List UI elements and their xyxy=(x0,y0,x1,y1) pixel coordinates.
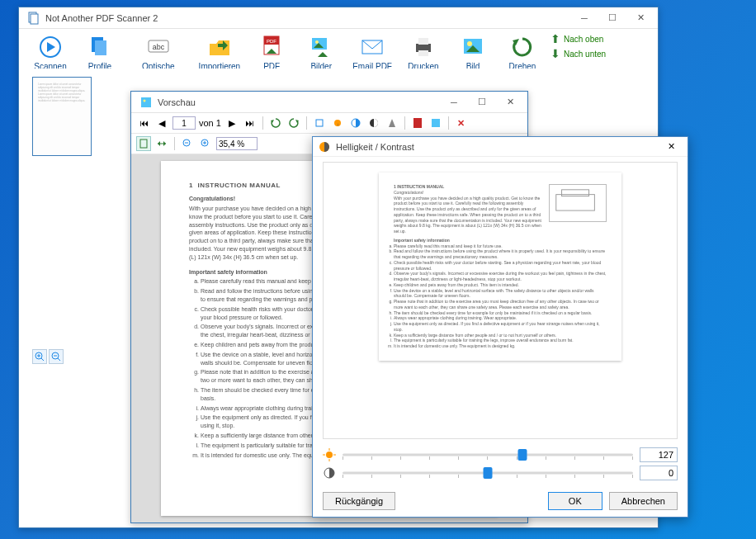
scan-icon xyxy=(37,34,64,60)
contrast-value[interactable] xyxy=(640,466,678,480)
contrast-slider[interactable] xyxy=(343,466,633,480)
imgsave-icon xyxy=(308,34,334,60)
save-pdf-button[interactable] xyxy=(410,116,425,130)
rotate-left-button[interactable] xyxy=(268,116,283,130)
arrow-up-icon: ⬆ xyxy=(550,32,560,45)
move-up-button[interactable]: ⬆Nach oben xyxy=(550,32,606,45)
list-item: Please note that in addition to the exer… xyxy=(394,299,607,310)
list-item: Use the device on a stable, level and ho… xyxy=(394,288,607,300)
preview-nav-toolbar: ⏮ ◀ von 1 ▶ ⏭ ✕ xyxy=(131,113,527,134)
image-menu-button[interactable]: Bild xyxy=(451,32,494,73)
svg-point-14 xyxy=(315,40,319,44)
zoom-in-mini[interactable] xyxy=(32,349,47,364)
svg-rect-58 xyxy=(562,190,589,196)
bc-dialog-icon xyxy=(318,140,331,154)
print-icon xyxy=(410,34,437,60)
dialog-close-button[interactable]: ✕ xyxy=(659,139,683,155)
rotate-icon xyxy=(509,34,536,60)
preview-maximize[interactable]: ☐ xyxy=(468,93,496,111)
print-button[interactable]: Drucken xyxy=(402,32,445,73)
page-of-label: von 1 xyxy=(199,118,221,128)
preview-minimize[interactable]: ─ xyxy=(440,93,468,111)
maximize-button[interactable]: ☐ xyxy=(598,9,626,27)
list-item: Always wear appropriate clothing during … xyxy=(394,315,607,321)
dialog-button-row: Rückgängig OK Abbrechen xyxy=(313,487,687,517)
profile-button[interactable]: Profile xyxy=(78,32,121,73)
import-button[interactable]: Importieren xyxy=(196,32,244,73)
email-icon xyxy=(359,34,385,60)
zoom-out-button[interactable] xyxy=(180,136,195,151)
zoom-level-input[interactable] xyxy=(216,137,258,150)
contrast-thumb[interactable] xyxy=(484,467,493,479)
scan-button[interactable]: Scannen xyxy=(29,32,72,73)
cancel-button[interactable]: Abbrechen xyxy=(609,492,678,510)
close-button[interactable]: ✕ xyxy=(626,9,654,27)
move-down-button[interactable]: ⬇Nach unten xyxy=(550,47,606,60)
brightness-icon xyxy=(323,448,336,461)
app-icon xyxy=(27,12,40,25)
undo-button[interactable]: Rückgängig xyxy=(323,492,395,510)
zoom-in-button[interactable] xyxy=(198,136,213,151)
page-thumbnail-1[interactable]: Lorem ipsum dolor sit amet consectetur a… xyxy=(32,77,92,156)
brightness-slider[interactable] xyxy=(343,448,633,461)
preview-titlebar: Vorschau ─ ☐ ✕ xyxy=(131,92,527,113)
thumbnail-strip: Lorem ipsum dolor sit amet consectetur a… xyxy=(32,77,98,156)
next-page-button[interactable]: ▶ xyxy=(224,116,239,130)
brightness-button[interactable] xyxy=(330,116,345,130)
svg-marker-16 xyxy=(318,52,328,57)
ok-button[interactable]: OK xyxy=(548,492,602,510)
list-item: The item should be checked every time fo… xyxy=(394,310,607,316)
list-item: Observe your body's signals. Incorrect o… xyxy=(394,271,607,282)
rotate-right-button[interactable] xyxy=(286,116,301,130)
zoom-out-mini[interactable] xyxy=(49,349,64,364)
main-title: Not Another PDF Scanner 2 xyxy=(45,13,570,23)
zoom-mini-toolbar xyxy=(32,349,64,364)
email-pdf-button[interactable]: Email PDF xyxy=(349,32,395,73)
svg-rect-32 xyxy=(141,97,151,107)
bw-button[interactable] xyxy=(366,116,381,130)
svg-line-26 xyxy=(41,358,44,361)
dialog-preview-page: 1 INSTRUCTION MANUAL Congratulations! Wi… xyxy=(379,173,621,361)
profile-icon xyxy=(87,34,113,60)
brightness-value[interactable] xyxy=(640,447,678,462)
preview-app-icon xyxy=(139,96,153,109)
list-item: Please carefully read this manual and ke… xyxy=(394,243,607,249)
prev-page-button[interactable]: ◀ xyxy=(154,116,169,130)
dialog-page-illustration xyxy=(549,184,607,222)
svg-rect-1 xyxy=(31,14,38,24)
ocr-icon: abc xyxy=(145,34,172,60)
fit-width-button[interactable] xyxy=(154,136,169,151)
svg-marker-3 xyxy=(47,42,55,52)
svg-marker-45 xyxy=(158,141,160,146)
minimize-button[interactable]: ─ xyxy=(570,9,598,27)
list-item: The equipment is particularly suitable f… xyxy=(394,338,607,343)
svg-marker-40 xyxy=(389,119,395,127)
svg-rect-5 xyxy=(95,40,106,55)
crop-button[interactable] xyxy=(312,116,327,130)
dialog-preview-area: 1 INSTRUCTION MANUAL Congratulations! Wi… xyxy=(323,162,678,439)
brightness-thumb[interactable] xyxy=(518,449,527,461)
fit-page-button[interactable] xyxy=(136,136,151,151)
main-titlebar: Not Another PDF Scanner 2 ─ ☐ ✕ xyxy=(19,7,658,29)
last-page-button[interactable]: ⏭ xyxy=(243,116,258,130)
page-number-input[interactable] xyxy=(172,116,196,130)
svg-rect-20 xyxy=(418,50,428,56)
color-button[interactable] xyxy=(348,116,363,130)
sharpen-button[interactable] xyxy=(385,116,399,130)
svg-rect-43 xyxy=(140,139,147,148)
svg-point-22 xyxy=(467,41,472,46)
preview-close[interactable]: ✕ xyxy=(496,93,524,111)
dialog-titlebar: Helligkeit / Kontrast ✕ xyxy=(313,137,687,157)
list-item: It is intended for domestic use only. Th… xyxy=(394,343,607,349)
svg-rect-19 xyxy=(418,38,428,45)
list-item: Use the equipment only as directed. If y… xyxy=(394,321,607,333)
list-item: Read and follow the instructions before … xyxy=(394,248,607,260)
delete-button[interactable]: ✕ xyxy=(454,116,469,130)
contrast-row xyxy=(323,466,678,480)
svg-point-59 xyxy=(326,452,333,458)
brightness-contrast-dialog: Helligkeit / Kontrast ✕ 1 INSTRUCTION MA… xyxy=(312,136,688,518)
first-page-button[interactable]: ⏮ xyxy=(136,116,151,130)
list-item: Keep children and pets away from the pro… xyxy=(394,282,607,288)
save-img-button[interactable] xyxy=(428,116,443,130)
rotate-button[interactable]: Drehen xyxy=(501,32,544,73)
